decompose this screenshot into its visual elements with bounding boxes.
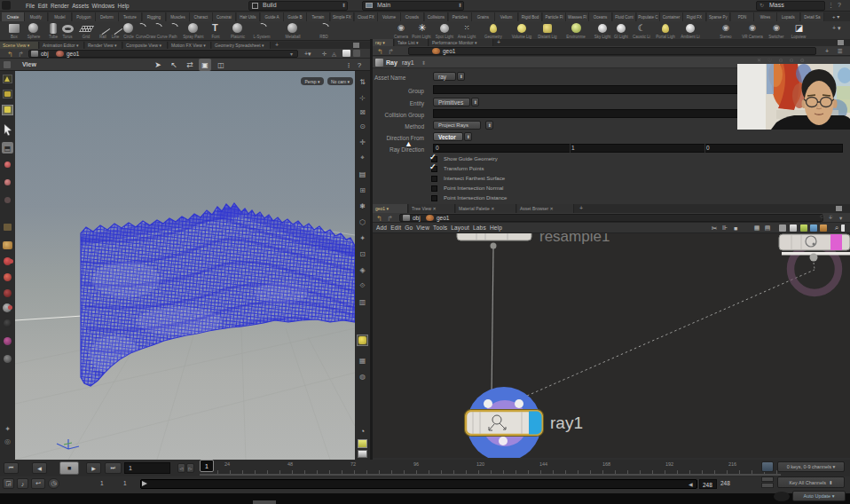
svg-text:ray1: ray1	[550, 413, 583, 432]
svg-text:resample1: resample1	[539, 233, 610, 245]
